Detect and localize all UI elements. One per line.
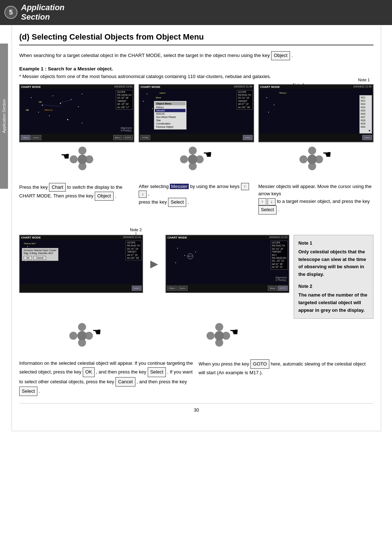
m-item-m10[interactable]: M10 — [360, 125, 371, 128]
dpad-up-5[interactable] — [215, 323, 223, 331]
screen5-bottom: Object Zoom- Menu GOTO — [166, 284, 289, 292]
dpad-left-2[interactable] — [180, 155, 188, 163]
screens-row-2: CHART MODE 2003/8/22 21:51 SCOPE RA 0h42… — [19, 235, 373, 319]
select-key-2[interactable]: Select — [258, 205, 277, 215]
screen-2-container: CHART MODE 2003/8/22 21:49 SCOPE RA 0h42… — [139, 84, 254, 142]
header-title: Application Section — [21, 3, 65, 22]
menu-item-star[interactable]: Star — [155, 119, 185, 122]
m-item-m16[interactable]: M16 — [360, 112, 371, 115]
dpad-1-container: ☚ — [19, 144, 134, 179]
screen1-bottom: Object Zoom- Menu GOTO — [20, 134, 134, 142]
screen3-starfield: *Return M11 M12 M13 M14 M15 M16 M17 M18 … — [259, 90, 373, 134]
desc-col-1: Press the key Chart to switch the displa… — [19, 183, 134, 215]
screen-4-container: CHART MODE 2003/8/22 21:51 SCOPE RA 0h42… — [19, 235, 143, 293]
hand-cursor-4: ☚ — [92, 326, 101, 338]
dpad-up-4[interactable] — [78, 323, 86, 331]
screen2-bottom: HOME Select — [139, 134, 253, 142]
dpad-3-container: ☚ — [258, 144, 373, 179]
select-key-3[interactable]: Select — [148, 367, 166, 377]
select-key-4[interactable]: Select — [19, 387, 37, 396]
m-item-m19[interactable]: M19 — [360, 122, 371, 125]
hand-cursor-5: ☚ — [229, 326, 238, 338]
arrow-up-key-1[interactable]: ↑ — [241, 183, 249, 190]
hand-cursor-2: ☚ — [203, 148, 212, 160]
intro-paragraph: When searching for a target celestial ob… — [19, 51, 373, 60]
dpad-left-5[interactable] — [207, 332, 215, 340]
m-item-m12[interactable]: M12 — [360, 99, 371, 102]
screen4-starfield: *Return M17 Emission Nebula+Open Cluster… — [20, 241, 142, 284]
ok-key[interactable]: OK — [83, 367, 95, 377]
goto-key[interactable]: GOTO — [250, 359, 269, 369]
desc-row-1: Press the key Chart to switch the displa… — [19, 183, 373, 215]
menu-item-constellation[interactable]: Consteration — [155, 122, 185, 125]
dpad-center-4 — [77, 331, 87, 340]
cancel-key[interactable]: Cancel — [115, 377, 135, 387]
chart-screen-1: CHART MODE 2003/8/22 23:51 SCOPE RA 14h1… — [19, 84, 134, 142]
screen2-starfield: saturn Moon Object Menu Return Messier N… — [139, 90, 253, 134]
m-item-m13[interactable]: M13 — [360, 102, 371, 106]
dpad-row-1: ☚ ☚ — [19, 144, 373, 179]
screen3-title-bar: CHART MODE 2003/8/22 21:50 — [259, 85, 373, 89]
m-item-m18[interactable]: M18 — [360, 119, 371, 122]
note1-label: Note 1 — [358, 78, 370, 82]
ok-button[interactable]: OK — [24, 256, 32, 260]
note2-connector: Note 2 — [130, 228, 142, 235]
screen3-bottom: Select — [259, 134, 373, 142]
m-item-m15[interactable]: M15 — [360, 109, 371, 112]
dpad-left-4[interactable] — [69, 332, 77, 340]
note2-title: Note 2 — [298, 283, 369, 290]
note2-connector-area: Note 2 — [19, 228, 373, 235]
dpad-up-3[interactable] — [308, 147, 316, 155]
menu-item-sunmoon[interactable]: Sun Moon Planet — [155, 115, 185, 119]
note2-body: The name of the number of the targeted c… — [298, 291, 369, 314]
main-content: (d) Selecting Celestial Objects from Obj… — [12, 25, 381, 431]
dpad-4-container: ☚ — [19, 320, 152, 355]
hand-cursor-1: ☚ — [61, 150, 70, 162]
screen-1-container: CHART MODE 2003/8/22 23:51 SCOPE RA 14h1… — [19, 84, 134, 142]
menu-item-return[interactable]: Return — [155, 106, 185, 109]
m-item-m14[interactable]: M14 — [360, 106, 371, 109]
desc-col-3: Messier objects will appear. Move the cu… — [258, 183, 373, 215]
chart-screen-4: CHART MODE 2003/8/22 21:51 SCOPE RA 0h42… — [19, 235, 143, 293]
menu-item-messier[interactable]: Messier — [155, 109, 185, 112]
dpad-center-2 — [188, 155, 197, 164]
side-tab-label: Application Section — [2, 99, 6, 133]
object-key-2[interactable]: Object — [95, 192, 114, 201]
dpad-center-3 — [307, 155, 317, 164]
select-key-1[interactable]: Select — [168, 198, 186, 207]
arrow-down-key-1[interactable]: ↓ — [139, 191, 147, 198]
dpad-2-container: ☚ — [139, 144, 254, 179]
screens-left: CHART MODE 2003/8/22 21:51 SCOPE RA 0h42… — [19, 235, 289, 294]
screen4-title-bar: CHART MODE 2003/8/22 21:51 — [20, 236, 142, 240]
dpad-center-5 — [215, 331, 224, 340]
dpad-left-1[interactable] — [70, 155, 78, 163]
messier-list[interactable]: M11 M12 M13 M14 M15 M16 M17 M18 M19 M10 … — [359, 95, 372, 134]
note1-title: Note 1 — [298, 240, 369, 247]
dpad-up-2[interactable] — [189, 147, 197, 155]
chart-key[interactable]: Chart — [49, 183, 66, 192]
menu-item-famous[interactable]: Famous Object — [155, 125, 185, 128]
arrow-down-key-2[interactable]: ↓ — [268, 198, 275, 205]
dpad-left-3[interactable] — [299, 155, 307, 163]
chart-screen-3: CHART MODE 2003/8/22 21:50 *Return M11 M… — [258, 84, 373, 142]
arrow-up-key-2[interactable]: ↑ — [258, 198, 266, 205]
cancel-button[interactable]: Cancel — [33, 256, 46, 260]
menu-item-ngc[interactable]: NGC/IC — [155, 112, 185, 115]
m-item-m17[interactable]: M17 — [360, 115, 371, 119]
dpad-5-container: ☚ — [156, 320, 289, 355]
dpad-up-1[interactable] — [78, 147, 86, 155]
screen5-title-bar: CHART MODE 2003/8/22 21:53 — [166, 236, 289, 240]
screen-5-container: CHART MODE 2003/8/22 21:53 SCOPE RA 0h42… — [166, 235, 289, 293]
bottom-col-2: When you press the key GOTO here, automa… — [199, 359, 373, 396]
menu-title: Object Menu — [155, 102, 185, 105]
messier-highlight: Messier — [170, 184, 189, 189]
m-item-m11[interactable]: M11 — [360, 96, 371, 99]
page-header: 5 Application Section — [0, 0, 392, 25]
chart-screen-5: CHART MODE 2003/8/22 21:53 SCOPE RA 0h42… — [166, 235, 289, 293]
object-key[interactable]: Object — [271, 51, 290, 60]
note-box: Note 1 Only celestial objects that the t… — [294, 235, 373, 319]
example-note: * Messier objects form one of the most f… — [19, 74, 373, 79]
screens-row-1: CHART MODE 2003/8/22 23:51 SCOPE RA 14h1… — [19, 84, 373, 142]
object-menu[interactable]: Object Menu Return Messier NGC/IC Sun Mo… — [154, 101, 187, 130]
bottom-text-row: Information on the selected celestial ob… — [19, 359, 373, 396]
